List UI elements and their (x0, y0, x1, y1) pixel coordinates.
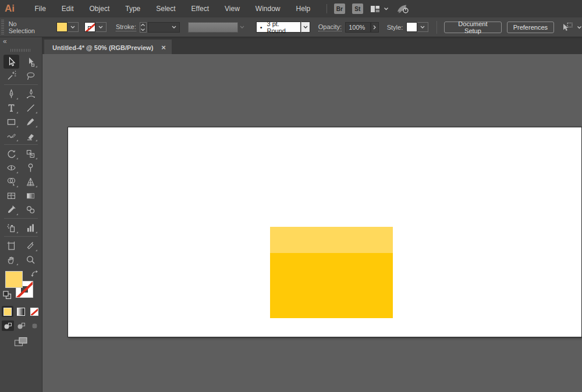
canvas-area[interactable] (42, 54, 582, 392)
line-segment-tool[interactable] (23, 101, 38, 115)
document-tab-title: Untitled-4* @ 50% (RGB/Preview) (52, 44, 153, 51)
rectangle-tool-icon (6, 116, 17, 127)
type-tool[interactable] (3, 101, 19, 115)
rotate-tool[interactable] (3, 147, 19, 161)
slice-tool[interactable] (23, 238, 38, 252)
menu-view[interactable]: View (217, 5, 248, 13)
menu-edit[interactable]: Edit (54, 5, 81, 13)
stroke-color-swatch-none[interactable] (84, 22, 95, 32)
color-button[interactable] (2, 306, 13, 317)
stroke-weight-stepper[interactable] (140, 22, 147, 33)
eyedropper-tool[interactable] (3, 202, 19, 216)
stepper-up-icon[interactable] (141, 24, 145, 26)
brush-definition-value[interactable]: • 3 pt. Round (256, 22, 301, 33)
collapse-panel-icon[interactable]: « (3, 37, 6, 45)
style-control[interactable] (406, 22, 428, 32)
direct-selection-tool[interactable] (23, 55, 38, 69)
symbol-sprayer-tool[interactable] (3, 220, 19, 234)
stock-button[interactable]: St (352, 3, 363, 14)
opacity-input[interactable]: 100% (345, 22, 370, 33)
stroke-weight-label[interactable]: Stroke: (116, 23, 136, 31)
pen-tool-icon (6, 88, 17, 99)
draw-behind-icon (17, 322, 26, 330)
draw-normal-button[interactable] (2, 320, 14, 331)
menu-window[interactable]: Window (247, 5, 288, 13)
fill-color-control[interactable] (56, 22, 79, 32)
default-fill-stroke-icon[interactable] (3, 291, 12, 300)
drawing-mode-buttons (2, 320, 41, 331)
brush-definition-control[interactable]: • 3 pt. Round (256, 22, 310, 33)
fill-color-dropdown[interactable] (68, 22, 79, 32)
width-tool[interactable] (3, 161, 19, 174)
align-selected-art-icon (561, 22, 573, 32)
brush-definition-dropdown[interactable] (301, 22, 310, 33)
stroke-color-dropdown[interactable] (95, 22, 107, 32)
hand-tool[interactable] (3, 252, 19, 266)
perspective-grid-tool[interactable] (23, 174, 38, 188)
swap-fill-stroke-icon[interactable] (31, 270, 38, 277)
menu-effect[interactable]: Effect (183, 5, 217, 13)
symbol-sprayer-tool-icon (6, 222, 17, 233)
document-tab[interactable]: Untitled-4* @ 50% (RGB/Preview) × (44, 40, 172, 55)
blend-tool[interactable] (23, 202, 38, 216)
menu-help[interactable]: Help (288, 5, 318, 13)
curvature-tool[interactable] (23, 87, 38, 101)
draw-behind-button[interactable] (15, 320, 27, 331)
rectangle-tool[interactable] (3, 115, 19, 129)
shaper-tool-icon (6, 130, 17, 141)
gpu-performance-icon[interactable] (396, 3, 410, 14)
puppet-warp-tool[interactable] (23, 161, 38, 174)
magic-wand-tool[interactable] (3, 69, 19, 83)
rectangle-top-band[interactable] (270, 227, 393, 253)
opacity-arrow-button[interactable] (371, 22, 379, 33)
zoom-tool[interactable] (23, 252, 38, 266)
stroke-color-control[interactable] (84, 22, 107, 32)
selection-tool[interactable] (3, 55, 19, 69)
artwork-rectangle[interactable] (270, 227, 393, 318)
gradient-tool[interactable] (23, 188, 38, 202)
fill-color-swatch[interactable] (56, 22, 68, 32)
controlbar-grip[interactable] (1, 20, 4, 35)
artboard-tool-icon (6, 240, 17, 251)
shape-builder-tool[interactable] (3, 174, 19, 188)
menu-select[interactable]: Select (148, 5, 183, 13)
document-setup-button[interactable]: Document Setup (444, 22, 502, 33)
menu-type[interactable]: Type (118, 5, 148, 13)
curvature-tool-icon (25, 88, 36, 99)
opacity-label[interactable]: Opacity: (318, 23, 342, 31)
preferences-button[interactable]: Preferences (507, 22, 554, 33)
screen-mode-button[interactable] (14, 337, 28, 349)
rectangle-bottom-band[interactable] (270, 253, 393, 318)
screen-mode-icon (14, 337, 28, 347)
none-button[interactable] (29, 306, 40, 317)
selection-status: No Selection (9, 20, 42, 34)
menu-file[interactable]: File (27, 5, 54, 13)
workspace-switcher[interactable] (370, 5, 389, 13)
column-graph-tool[interactable] (23, 220, 38, 234)
pen-tool[interactable] (3, 87, 19, 101)
menu-object[interactable]: Object (81, 5, 118, 13)
align-options-control[interactable] (561, 22, 582, 32)
mesh-tool[interactable] (3, 188, 19, 202)
artboard[interactable] (68, 127, 582, 337)
gradient-swatch (17, 308, 25, 316)
fill-proxy-swatch[interactable] (5, 271, 23, 288)
shaper-tool[interactable] (3, 129, 19, 142)
gradient-button[interactable] (15, 306, 27, 317)
lasso-tool[interactable] (23, 69, 38, 83)
scale-tool-icon (25, 148, 36, 159)
artboard-tool[interactable] (3, 238, 19, 252)
style-swatch[interactable] (406, 22, 417, 32)
paintbrush-tool[interactable] (23, 115, 38, 129)
control-bar: No Selection Stroke: (0, 17, 582, 37)
eraser-tool[interactable] (23, 129, 38, 142)
draw-inside-button[interactable] (29, 320, 41, 331)
tools-panel-grip[interactable] (10, 49, 31, 52)
style-dropdown[interactable] (417, 22, 428, 32)
shape-builder-tool-icon (6, 176, 17, 187)
scale-tool[interactable] (23, 147, 38, 161)
stroke-weight-dropdown[interactable] (148, 22, 180, 33)
stepper-down-icon[interactable] (141, 28, 145, 31)
bridge-button[interactable]: Br (334, 3, 345, 14)
tab-close-icon[interactable]: × (161, 44, 166, 51)
